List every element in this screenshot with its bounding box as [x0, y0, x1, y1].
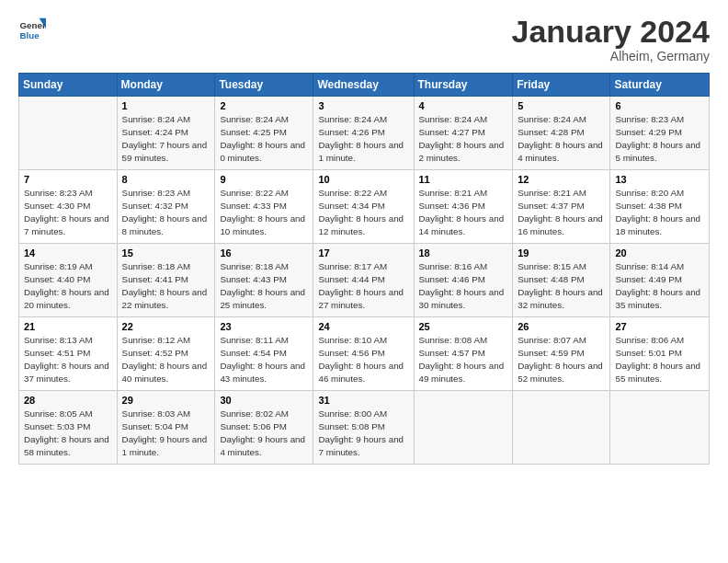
table-row: 5Sunrise: 8:24 AMSunset: 4:28 PMDaylight… — [513, 97, 610, 170]
day-number: 29 — [122, 395, 210, 406]
table-row: 1Sunrise: 8:24 AMSunset: 4:24 PMDaylight… — [117, 97, 215, 170]
table-row: 22Sunrise: 8:12 AMSunset: 4:52 PMDayligh… — [117, 317, 215, 391]
day-number: 16 — [220, 247, 308, 259]
day-info: Sunrise: 8:16 AMSunset: 4:46 PMDaylight:… — [419, 260, 508, 311]
table-row: 30Sunrise: 8:02 AMSunset: 5:06 PMDayligh… — [215, 391, 313, 465]
table-row: 3Sunrise: 8:24 AMSunset: 4:26 PMDaylight… — [313, 97, 414, 170]
calendar-week-2: 14Sunrise: 8:19 AMSunset: 4:40 PMDayligh… — [19, 244, 710, 317]
table-row: 12Sunrise: 8:21 AMSunset: 4:37 PMDayligh… — [513, 170, 610, 244]
day-info: Sunrise: 8:02 AMSunset: 5:06 PMDaylight:… — [220, 408, 308, 458]
day-info: Sunrise: 8:14 AMSunset: 4:49 PMDaylight:… — [615, 260, 704, 311]
table-row: 9Sunrise: 8:22 AMSunset: 4:33 PMDaylight… — [215, 170, 313, 244]
table-row: 23Sunrise: 8:11 AMSunset: 4:54 PMDayligh… — [215, 317, 313, 391]
table-row — [513, 391, 610, 465]
col-sunday: Sunday — [19, 74, 118, 97]
day-number: 19 — [518, 247, 605, 259]
day-number: 7 — [24, 174, 112, 185]
table-row: 28Sunrise: 8:05 AMSunset: 5:03 PMDayligh… — [19, 391, 118, 465]
table-row — [19, 97, 118, 170]
day-info: Sunrise: 8:24 AMSunset: 4:24 PMDaylight:… — [122, 113, 210, 164]
table-row: 19Sunrise: 8:15 AMSunset: 4:48 PMDayligh… — [513, 244, 610, 317]
table-row: 14Sunrise: 8:19 AMSunset: 4:40 PMDayligh… — [19, 244, 118, 317]
page: General Blue January 2024 Alheim, German… — [0, 0, 728, 563]
day-number: 12 — [518, 174, 605, 185]
day-info: Sunrise: 8:08 AMSunset: 4:57 PMDaylight:… — [419, 334, 508, 385]
day-number: 9 — [220, 174, 308, 185]
table-row: 7Sunrise: 8:23 AMSunset: 4:30 PMDaylight… — [19, 170, 118, 244]
day-info: Sunrise: 8:22 AMSunset: 4:33 PMDaylight:… — [220, 187, 308, 237]
table-row — [414, 391, 513, 465]
table-row: 20Sunrise: 8:14 AMSunset: 4:49 PMDayligh… — [610, 244, 710, 317]
day-info: Sunrise: 8:06 AMSunset: 5:01 PMDaylight:… — [615, 334, 704, 385]
day-info: Sunrise: 8:15 AMSunset: 4:48 PMDaylight:… — [518, 260, 605, 311]
table-row: 11Sunrise: 8:21 AMSunset: 4:36 PMDayligh… — [414, 170, 513, 244]
calendar-week-3: 21Sunrise: 8:13 AMSunset: 4:51 PMDayligh… — [19, 317, 710, 391]
day-info: Sunrise: 8:24 AMSunset: 4:25 PMDaylight:… — [220, 113, 308, 164]
day-number: 5 — [518, 100, 605, 111]
title-block: January 2024 Alheim, Germany — [512, 15, 711, 63]
day-number: 31 — [318, 395, 408, 406]
day-info: Sunrise: 8:12 AMSunset: 4:52 PMDaylight:… — [122, 334, 210, 385]
day-info: Sunrise: 8:13 AMSunset: 4:51 PMDaylight:… — [24, 334, 112, 385]
day-number: 11 — [419, 174, 508, 185]
day-info: Sunrise: 8:23 AMSunset: 4:29 PMDaylight:… — [615, 113, 704, 164]
day-info: Sunrise: 8:19 AMSunset: 4:40 PMDaylight:… — [24, 260, 112, 311]
col-saturday: Saturday — [610, 74, 710, 97]
day-number: 8 — [122, 174, 210, 185]
calendar-table: Sunday Monday Tuesday Wednesday Thursday… — [18, 73, 710, 465]
day-number: 18 — [419, 247, 508, 259]
logo: General Blue — [18, 15, 46, 42]
day-number: 30 — [220, 395, 308, 406]
col-tuesday: Tuesday — [215, 74, 313, 97]
day-number: 10 — [318, 174, 408, 185]
calendar-week-0: 1Sunrise: 8:24 AMSunset: 4:24 PMDaylight… — [19, 97, 710, 170]
header: General Blue January 2024 Alheim, German… — [18, 15, 710, 63]
day-info: Sunrise: 8:24 AMSunset: 4:28 PMDaylight:… — [518, 113, 605, 164]
day-info: Sunrise: 8:22 AMSunset: 4:34 PMDaylight:… — [318, 187, 408, 237]
table-row: 24Sunrise: 8:10 AMSunset: 4:56 PMDayligh… — [313, 317, 414, 391]
table-row: 26Sunrise: 8:07 AMSunset: 4:59 PMDayligh… — [513, 317, 610, 391]
table-row: 10Sunrise: 8:22 AMSunset: 4:34 PMDayligh… — [313, 170, 414, 244]
table-row: 16Sunrise: 8:18 AMSunset: 4:43 PMDayligh… — [215, 244, 313, 317]
day-number: 3 — [318, 100, 408, 111]
day-info: Sunrise: 8:20 AMSunset: 4:38 PMDaylight:… — [615, 187, 704, 237]
header-row: Sunday Monday Tuesday Wednesday Thursday… — [19, 74, 710, 97]
day-info: Sunrise: 8:05 AMSunset: 5:03 PMDaylight:… — [24, 408, 112, 458]
col-friday: Friday — [513, 74, 610, 97]
calendar-week-4: 28Sunrise: 8:05 AMSunset: 5:03 PMDayligh… — [19, 391, 710, 465]
day-info: Sunrise: 8:11 AMSunset: 4:54 PMDaylight:… — [220, 334, 308, 385]
day-number: 22 — [122, 321, 210, 332]
table-row — [610, 391, 710, 465]
day-number: 13 — [615, 174, 704, 185]
day-info: Sunrise: 8:10 AMSunset: 4:56 PMDaylight:… — [318, 334, 408, 385]
day-info: Sunrise: 8:24 AMSunset: 4:27 PMDaylight:… — [419, 113, 508, 164]
day-info: Sunrise: 8:03 AMSunset: 5:04 PMDaylight:… — [122, 408, 210, 458]
day-info: Sunrise: 8:00 AMSunset: 5:08 PMDaylight:… — [318, 408, 408, 458]
table-row: 8Sunrise: 8:23 AMSunset: 4:32 PMDaylight… — [117, 170, 215, 244]
day-number: 15 — [122, 247, 210, 259]
day-number: 4 — [419, 100, 508, 111]
table-row: 13Sunrise: 8:20 AMSunset: 4:38 PMDayligh… — [610, 170, 710, 244]
day-number: 6 — [615, 100, 704, 111]
day-number: 24 — [318, 321, 408, 332]
day-number: 1 — [122, 100, 210, 111]
day-number: 21 — [24, 321, 112, 332]
logo-icon: General Blue — [18, 15, 46, 42]
day-number: 23 — [220, 321, 308, 332]
day-number: 17 — [318, 247, 408, 259]
day-info: Sunrise: 8:23 AMSunset: 4:32 PMDaylight:… — [122, 187, 210, 237]
day-number: 25 — [419, 321, 508, 332]
table-row: 21Sunrise: 8:13 AMSunset: 4:51 PMDayligh… — [19, 317, 118, 391]
location: Alheim, Germany — [512, 49, 711, 63]
day-number: 26 — [518, 321, 605, 332]
table-row: 6Sunrise: 8:23 AMSunset: 4:29 PMDaylight… — [610, 97, 710, 170]
day-info: Sunrise: 8:23 AMSunset: 4:30 PMDaylight:… — [24, 187, 112, 237]
day-number: 14 — [24, 247, 112, 259]
month-title: January 2024 — [512, 15, 711, 49]
day-info: Sunrise: 8:21 AMSunset: 4:37 PMDaylight:… — [518, 187, 605, 237]
day-info: Sunrise: 8:17 AMSunset: 4:44 PMDaylight:… — [318, 260, 408, 311]
table-row: 17Sunrise: 8:17 AMSunset: 4:44 PMDayligh… — [313, 244, 414, 317]
day-number: 27 — [615, 321, 704, 332]
table-row: 31Sunrise: 8:00 AMSunset: 5:08 PMDayligh… — [313, 391, 414, 465]
day-number: 28 — [24, 395, 112, 406]
